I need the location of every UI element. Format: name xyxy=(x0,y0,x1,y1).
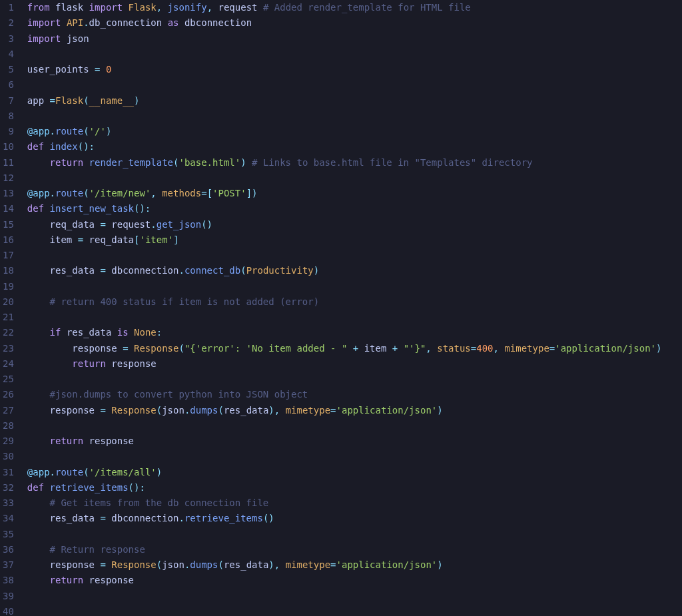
code-token xyxy=(27,358,72,369)
code-token: res_data xyxy=(67,327,117,338)
code-token: response xyxy=(27,559,101,570)
code-token: app xyxy=(27,95,50,106)
code-line[interactable]: # Return response xyxy=(27,542,682,557)
code-token: '/' xyxy=(89,126,106,137)
code-line[interactable] xyxy=(27,372,682,387)
code-line[interactable] xyxy=(27,449,682,464)
code-line[interactable]: @app.route('/items/all') xyxy=(27,465,682,480)
line-number: 37 xyxy=(3,557,14,573)
code-token: @app xyxy=(27,126,50,137)
code-line[interactable]: return response xyxy=(27,573,682,588)
code-token: ] xyxy=(173,234,178,245)
code-line[interactable]: @app.route('/item/new', methods=['POST']… xyxy=(27,186,682,201)
code-token: flask xyxy=(55,2,89,13)
code-line[interactable] xyxy=(27,77,682,93)
code-token: + xyxy=(347,343,364,354)
code-line[interactable] xyxy=(27,589,682,604)
code-line[interactable]: response = Response("{'error': 'No item … xyxy=(27,341,682,356)
line-number: 25 xyxy=(3,372,14,387)
code-line[interactable] xyxy=(27,418,682,434)
code-token: ) xyxy=(240,157,252,168)
code-line[interactable] xyxy=(27,310,682,325)
code-token: mimetype xyxy=(504,343,549,354)
code-line[interactable] xyxy=(27,279,682,294)
code-editor[interactable]: 1234567891011121314151617181920212223242… xyxy=(0,0,682,616)
code-line[interactable]: def insert_new_task(): xyxy=(27,201,682,216)
code-token: retrieve_items xyxy=(184,513,263,523)
code-token: + xyxy=(392,343,404,354)
line-number: 18 xyxy=(3,263,14,278)
code-line[interactable]: return response xyxy=(27,356,682,372)
code-line[interactable]: return render_template('base.html') # Li… xyxy=(27,155,682,170)
code-line[interactable] xyxy=(27,109,682,124)
code-token: connect_db xyxy=(184,265,240,276)
line-number: 35 xyxy=(3,527,14,542)
code-token: dbconnection xyxy=(184,17,252,28)
code-token: ( xyxy=(157,405,162,416)
line-number: 38 xyxy=(3,573,14,588)
code-token: "'}" xyxy=(404,343,426,354)
code-line[interactable]: response = Response(json.dumps(res_data)… xyxy=(27,403,682,418)
code-token: item xyxy=(364,343,392,354)
code-token: dumps xyxy=(190,559,218,570)
code-token: = xyxy=(100,219,111,230)
code-token: (): xyxy=(78,141,95,152)
line-number: 13 xyxy=(3,186,14,201)
code-token: import xyxy=(89,2,129,13)
code-token: Response xyxy=(111,405,156,416)
code-token: route xyxy=(55,188,83,198)
line-number: 19 xyxy=(3,279,14,294)
code-token: ) xyxy=(314,265,319,276)
code-token: return xyxy=(50,157,89,168)
code-line[interactable]: app =Flask(__name__) xyxy=(27,93,682,109)
code-token: ) xyxy=(157,467,162,477)
code-token: . xyxy=(178,513,184,523)
line-number: 8 xyxy=(3,109,14,124)
code-token: API xyxy=(67,17,83,28)
code-line[interactable]: # Get items from the db connection file xyxy=(27,495,682,511)
code-token: ( xyxy=(218,559,223,570)
code-token xyxy=(27,436,50,446)
code-token: jsonify xyxy=(168,2,207,13)
code-line[interactable]: item = req_data['item'] xyxy=(27,232,682,248)
code-token: request xyxy=(218,2,263,13)
code-token: req_data xyxy=(89,234,134,245)
code-line[interactable]: user_points = 0 xyxy=(27,62,682,77)
code-line[interactable]: return response xyxy=(27,434,682,449)
code-line[interactable] xyxy=(27,248,682,263)
code-line[interactable]: res_data = dbconnection.retrieve_items() xyxy=(27,511,682,526)
code-line[interactable]: # return 400 status if item is not added… xyxy=(27,294,682,310)
code-area[interactable]: from flask import Flask, jsonify, reques… xyxy=(19,0,682,616)
code-token: : xyxy=(157,327,162,338)
code-token: methods xyxy=(162,188,201,198)
code-token: 0 xyxy=(106,64,111,75)
line-number: 6 xyxy=(3,77,14,93)
code-line[interactable]: def retrieve_items(): xyxy=(27,480,682,495)
code-line[interactable]: from flask import Flask, jsonify, reques… xyxy=(27,0,682,15)
code-line[interactable]: response = Response(json.dumps(res_data)… xyxy=(27,557,682,573)
code-line[interactable] xyxy=(27,604,682,616)
code-line[interactable]: if res_data is None: xyxy=(27,325,682,340)
code-token: . xyxy=(50,126,55,137)
code-token: Response xyxy=(111,559,156,570)
code-token: 400 xyxy=(476,343,493,354)
line-number-gutter: 1234567891011121314151617181920212223242… xyxy=(0,0,19,616)
code-line[interactable]: #json.dumps to convert python into JSON … xyxy=(27,387,682,402)
code-line[interactable]: req_data = request.get_json() xyxy=(27,217,682,232)
code-token: index xyxy=(50,141,78,152)
code-line[interactable] xyxy=(27,527,682,542)
code-line[interactable] xyxy=(27,47,682,62)
code-line[interactable]: def index(): xyxy=(27,139,682,154)
code-line[interactable]: import json xyxy=(27,31,682,47)
line-number: 2 xyxy=(3,15,14,31)
code-token: ( xyxy=(240,265,246,276)
code-line[interactable]: res_data = dbconnection.connect_db(Produ… xyxy=(27,263,682,278)
code-token: ), xyxy=(268,559,285,570)
code-line[interactable]: @app.route('/') xyxy=(27,124,682,139)
line-number: 4 xyxy=(3,47,14,62)
code-token: ( xyxy=(157,559,162,570)
code-token xyxy=(27,544,50,555)
code-token: = xyxy=(100,513,111,523)
code-line[interactable]: import API.db_connection as dbconnection xyxy=(27,15,682,31)
code-line[interactable] xyxy=(27,170,682,186)
